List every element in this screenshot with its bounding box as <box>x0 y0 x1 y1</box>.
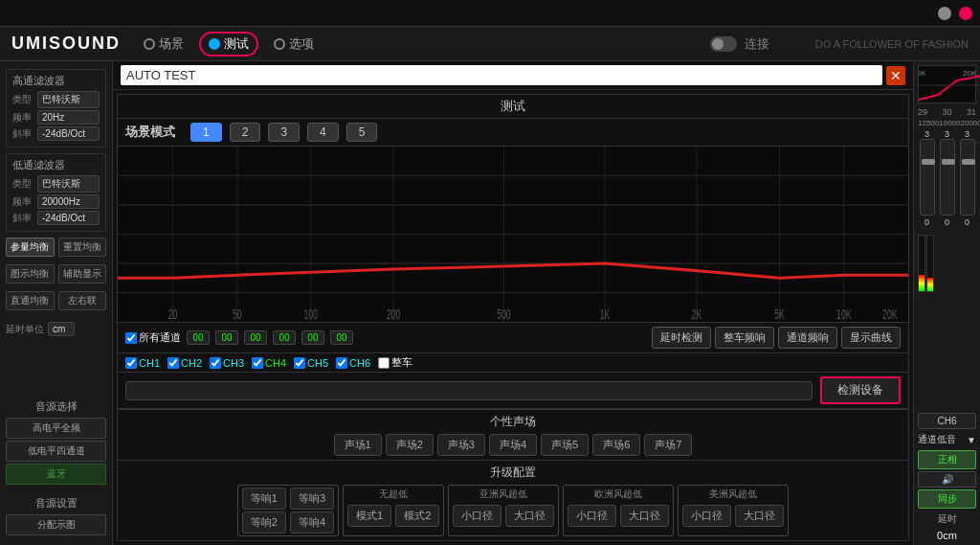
ch2-check[interactable] <box>167 357 179 369</box>
level-fill-r <box>927 278 933 292</box>
freq-slider-29[interactable] <box>920 139 935 216</box>
sound-btn-7[interactable]: 声场7 <box>644 434 692 456</box>
audio-settings-title: 音源设置 <box>6 496 106 511</box>
ch4-check[interactable] <box>252 357 263 369</box>
delay-detect-btn[interactable]: 延时检测 <box>652 327 711 349</box>
asia-small-btn[interactable]: 小口径 <box>453 505 501 527</box>
nav-item-options[interactable]: 选项 <box>274 35 314 53</box>
no-bass-btn-1[interactable]: 模式1 <box>347 505 391 527</box>
car-label: 整车 <box>391 355 412 370</box>
low-freq-label: 频率 <box>12 195 33 209</box>
ch2-checkbox[interactable]: CH2 <box>167 357 202 369</box>
low-pass-filter: 低通滤波器 类型 巴特沃斯 频率 20000Hz 斜率 -24dB/Oct <box>6 153 106 232</box>
nav-item-scene[interactable]: 场景 <box>144 35 184 53</box>
asia-large-btn[interactable]: 大口径 <box>505 505 554 527</box>
car-check[interactable] <box>378 357 390 369</box>
ch1-label: CH1 <box>139 357 160 369</box>
search-clear-button[interactable]: ✕ <box>886 66 905 85</box>
scene-btn-1[interactable]: 1 <box>190 123 222 142</box>
low-type-label: 类型 <box>12 177 33 191</box>
phase-btn-normal[interactable]: 正相 <box>918 450 976 469</box>
ch1-check[interactable] <box>125 357 137 369</box>
options-radio <box>274 38 285 50</box>
scene-btn-3[interactable]: 3 <box>268 123 300 142</box>
eq-btn-1[interactable]: 等响1 <box>242 488 286 510</box>
measure-btn-lr[interactable]: 左右联 <box>58 291 107 310</box>
connect-toggle[interactable] <box>710 36 737 52</box>
audio-btn-highvol[interactable]: 高电平全频 <box>6 418 106 439</box>
freq-thumb-31 <box>962 159 975 165</box>
sound-btn-4[interactable]: 声场4 <box>489 434 537 456</box>
ch1-checkbox[interactable]: CH1 <box>125 357 160 369</box>
personal-sound: 个性声场 声场1 声场2 声场3 声场4 声场5 声场6 声场7 <box>118 409 908 460</box>
delay-row: 延时单位 cm <box>6 322 106 336</box>
ch5-check[interactable] <box>294 357 305 369</box>
measure-btn-direct[interactable]: 直通均衡 <box>6 291 55 310</box>
eq-btn-4[interactable]: 等响4 <box>290 511 334 534</box>
minimize-button[interactable] <box>938 7 951 20</box>
scene-btn-2[interactable]: 2 <box>230 123 261 142</box>
low-filter-title: 低通滤波器 <box>12 158 100 172</box>
ch6-checkbox[interactable]: CH6 <box>336 357 370 369</box>
audio-btn-lowvol[interactable]: 低电平四通道 <box>6 441 106 462</box>
freq-slider-31[interactable] <box>960 139 975 216</box>
sound-btn-6[interactable]: 声场6 <box>592 434 640 456</box>
america-large-btn[interactable]: 大口径 <box>735 505 784 527</box>
test-panel: 测试 场景模式 1 2 3 4 5 <box>117 94 909 541</box>
close-button[interactable] <box>959 7 972 20</box>
measure-btn-assist[interactable]: 辅助显示 <box>58 264 107 284</box>
ch5-checkbox[interactable]: CH5 <box>294 357 328 369</box>
no-bass-btn-2[interactable]: 模式2 <box>395 505 439 527</box>
volume-btn[interactable]: 🔊 <box>918 471 976 488</box>
measure-btn-reset[interactable]: 重置均衡 <box>58 238 107 257</box>
measure-row-3: 直通均衡 左右联 <box>6 291 106 312</box>
detect-device-button[interactable]: 检测设备 <box>820 376 901 404</box>
europe-large-btn[interactable]: 大口径 <box>620 505 669 527</box>
ch4-checkbox[interactable]: CH4 <box>252 357 286 369</box>
scene-btn-4[interactable]: 4 <box>307 123 339 142</box>
sound-btn-5[interactable]: 声场5 <box>541 434 589 456</box>
sound-btn-3[interactable]: 声场3 <box>437 434 485 456</box>
all-channels-checkbox[interactable]: 所有通道 <box>125 330 181 345</box>
eq-btn-2[interactable]: 等响2 <box>242 511 286 534</box>
audio-dist-btn[interactable]: 分配示图 <box>6 514 106 535</box>
level-fill-l <box>919 275 924 291</box>
freq-slider-30[interactable] <box>940 139 955 216</box>
level-meter-l <box>918 235 925 292</box>
ch-val-2: 00 <box>244 330 267 345</box>
america-small-btn[interactable]: 小口径 <box>682 505 731 527</box>
ch4-label: CH4 <box>265 357 286 369</box>
all-channels-check[interactable] <box>125 332 137 344</box>
svg-text:1K: 1K <box>600 307 611 321</box>
audio-source: 音源选择 高电平全频 低电平四通道 蓝牙 <box>6 399 106 487</box>
high-freq-label: 频率 <box>12 111 33 125</box>
audio-btn-bt[interactable]: 蓝牙 <box>6 464 106 485</box>
sound-btn-1[interactable]: 声场1 <box>334 434 382 456</box>
scene-btn-5[interactable]: 5 <box>346 123 378 142</box>
europe-small-btn[interactable]: 小口径 <box>568 505 616 527</box>
sound-btn-2[interactable]: 声场2 <box>386 434 434 456</box>
search-input[interactable] <box>121 65 882 85</box>
ch-freq-btn[interactable]: 通道频响 <box>778 327 837 349</box>
sync-btn[interactable]: 同步 <box>918 489 976 509</box>
car-freq-btn[interactable]: 整车频响 <box>715 327 774 349</box>
level-meter-r <box>926 235 934 292</box>
delay-unit-label: 延时单位 <box>6 323 44 336</box>
measure-btn-parametric[interactable]: 参量均衡 <box>6 238 55 257</box>
audio-source-title: 音源选择 <box>6 399 106 414</box>
show-curve-btn[interactable]: 显示曲线 <box>841 327 901 349</box>
sound-btns: 声场1 声场2 声场3 声场4 声场5 声场6 声场7 <box>125 434 901 456</box>
ch3-check[interactable] <box>210 357 221 369</box>
channel-low-icon[interactable]: ▼ <box>967 435 976 445</box>
high-type-label: 类型 <box>12 93 33 106</box>
ch-val-3: 00 <box>273 330 296 345</box>
ch3-checkbox[interactable]: CH3 <box>210 357 244 369</box>
ch6-check[interactable] <box>336 357 347 369</box>
logo: UMISOUND <box>11 34 121 54</box>
channel-controls: 所有通道 00 00 00 00 00 00 延时检测 整车频响 通道频响 显示… <box>118 323 908 353</box>
nav-item-test[interactable]: 测试 <box>199 32 258 57</box>
eq-btn-3[interactable]: 等响3 <box>290 488 334 510</box>
measure-btn-graphic[interactable]: 图示均衡 <box>6 264 55 284</box>
all-channels-label: 所有通道 <box>139 330 181 345</box>
car-checkbox[interactable]: 整车 <box>378 355 412 370</box>
